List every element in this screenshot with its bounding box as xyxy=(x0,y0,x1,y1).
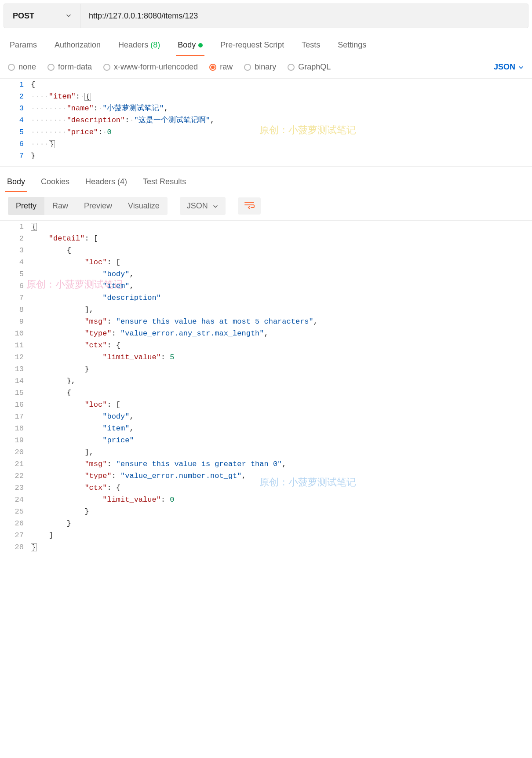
code-content: ········"name":·"小菠萝测试笔记", xyxy=(31,102,532,114)
code-content: } xyxy=(31,506,532,517)
http-method-select[interactable]: POST xyxy=(4,4,81,28)
code-line: 3········"name":·"小菠萝测试笔记", xyxy=(0,102,532,114)
code-line: 15 { xyxy=(0,387,532,399)
code-line: 13 } xyxy=(0,363,532,375)
code-line: 5········"price":·0 xyxy=(0,126,532,138)
line-number: 22 xyxy=(0,470,31,482)
view-button-preview[interactable]: Preview xyxy=(76,197,120,215)
code-line: 5 "body", xyxy=(0,268,532,280)
request-body-editor[interactable]: 原创：小菠萝测试笔记 1{2····"item":·{3········"nam… xyxy=(0,78,532,162)
line-number: 15 xyxy=(0,387,31,399)
code-content: "msg": "ensure this value has at most 5 … xyxy=(31,316,532,328)
line-number: 24 xyxy=(0,494,31,506)
view-button-pretty[interactable]: Pretty xyxy=(8,197,44,215)
request-bar: POST http://127.0.0.1:8080/items/123 xyxy=(4,4,528,28)
code-content: "price" xyxy=(31,434,532,446)
code-content: { xyxy=(31,221,532,233)
line-number: 18 xyxy=(0,423,31,434)
line-number: 12 xyxy=(0,351,31,363)
code-line: 7} xyxy=(0,150,532,162)
code-line: 2····"item":·{ xyxy=(0,91,532,102)
code-line: 24 "limit_value": 0 xyxy=(0,494,532,506)
line-number: 20 xyxy=(0,446,31,458)
request-tabs: ParamsAuthorizationHeaders (8)BodyPre-re… xyxy=(0,32,532,56)
code-line: 8 ], xyxy=(0,304,532,316)
code-content: ], xyxy=(31,304,532,316)
request-tab-settings[interactable]: Settings xyxy=(336,36,368,56)
tab-count: (8) xyxy=(148,40,160,49)
request-tab-params[interactable]: Params xyxy=(8,36,39,56)
code-content: { xyxy=(31,387,532,399)
modified-dot-icon xyxy=(198,43,203,47)
code-content: { xyxy=(31,79,532,91)
chevron-down-icon xyxy=(212,203,219,209)
body-type-raw[interactable]: raw xyxy=(209,62,233,72)
line-number: 27 xyxy=(0,529,31,541)
wrap-icon xyxy=(244,201,255,211)
code-content: "description" xyxy=(31,292,532,304)
body-type-none[interactable]: none xyxy=(8,62,36,72)
code-content: "loc": [ xyxy=(31,399,532,411)
code-line: 7 "description" xyxy=(0,292,532,304)
request-tab-headers[interactable]: Headers (8) xyxy=(117,36,162,56)
code-content: ] xyxy=(31,529,532,541)
code-line: 16 "loc": [ xyxy=(0,399,532,411)
code-line: 18 "item", xyxy=(0,423,532,434)
url-value: http://127.0.0.1:8080/items/123 xyxy=(89,11,198,21)
view-button-raw[interactable]: Raw xyxy=(44,197,76,215)
body-type-graphql[interactable]: GraphQL xyxy=(288,62,331,72)
line-number: 14 xyxy=(0,375,31,387)
response-tab-headers[interactable]: Headers (4) xyxy=(84,174,129,192)
line-number: 9 xyxy=(0,316,31,328)
request-tab-body[interactable]: Body xyxy=(176,36,204,56)
body-format-select[interactable]: JSON xyxy=(494,62,524,72)
body-type-form-data[interactable]: form-data xyxy=(47,62,92,72)
response-tabs: BodyCookiesHeaders (4)Test Results xyxy=(0,166,532,192)
body-type-selector: none form-data x-www-form-urlencoded raw… xyxy=(0,56,532,78)
response-tab-body[interactable]: Body xyxy=(5,174,27,192)
url-input[interactable]: http://127.0.0.1:8080/items/123 xyxy=(81,4,528,28)
line-number: 13 xyxy=(0,363,31,375)
code-line: 22 "type": "value_error.number.not_gt", xyxy=(0,470,532,482)
code-content: "body", xyxy=(31,268,532,280)
line-number: 19 xyxy=(0,434,31,446)
body-type-urlencoded[interactable]: x-www-form-urlencoded xyxy=(103,62,198,72)
line-number: 7 xyxy=(0,292,31,304)
code-line: 2 "detail": [ xyxy=(0,233,532,244)
line-number: 25 xyxy=(0,506,31,517)
request-tab-authorization[interactable]: Authorization xyxy=(53,36,102,56)
line-number: 8 xyxy=(0,304,31,316)
response-tab-cookies[interactable]: Cookies xyxy=(39,174,71,192)
code-content: "loc": [ xyxy=(31,256,532,268)
code-content: "body", xyxy=(31,411,532,423)
line-number: 11 xyxy=(0,339,31,351)
response-body-viewer[interactable]: 原创：小菠萝测试笔记 原创：小菠萝测试笔记 1{2 "detail": [3 {… xyxy=(0,220,532,553)
code-line: 3 { xyxy=(0,244,532,256)
line-number: 4 xyxy=(0,256,31,268)
code-line: 19 "price" xyxy=(0,434,532,446)
body-type-binary[interactable]: binary xyxy=(244,62,276,72)
tab-count: (4) xyxy=(115,177,127,186)
code-line: 1{ xyxy=(0,79,532,91)
code-content: "type": "value_error.any_str.max_length"… xyxy=(31,328,532,339)
line-number: 1 xyxy=(0,79,31,91)
code-content: "limit_value": 5 xyxy=(31,351,532,363)
response-format-select[interactable]: JSON xyxy=(180,197,226,215)
response-tab-test-results[interactable]: Test Results xyxy=(141,174,188,192)
code-content: "type": "value_error.number.not_gt", xyxy=(31,470,532,482)
radio-icon xyxy=(8,64,15,71)
wrap-lines-button[interactable] xyxy=(238,197,261,215)
http-method-value: POST xyxy=(13,11,34,21)
code-content: "item", xyxy=(31,280,532,292)
line-number: 7 xyxy=(0,150,31,162)
code-line: 17 "body", xyxy=(0,411,532,423)
code-content: "msg": "ensure this value is greater tha… xyxy=(31,458,532,470)
line-number: 16 xyxy=(0,399,31,411)
request-tab-pre-request-script[interactable]: Pre-request Script xyxy=(219,36,286,56)
code-line: 26 } xyxy=(0,517,532,529)
line-number: 5 xyxy=(0,268,31,280)
request-tab-tests[interactable]: Tests xyxy=(300,36,322,56)
line-number: 2 xyxy=(0,233,31,244)
view-button-visualize[interactable]: Visualize xyxy=(120,197,168,215)
line-number: 6 xyxy=(0,138,31,150)
